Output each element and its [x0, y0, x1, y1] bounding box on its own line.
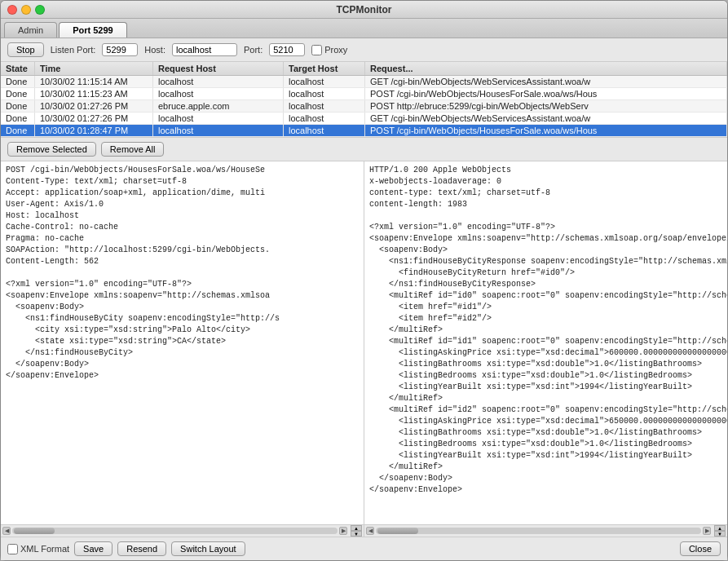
bottom-bar-right: Close — [680, 541, 721, 556]
scroll-left-arrow[interactable]: ◀ — [2, 527, 11, 535]
cell-time: 10/30/02 01:28:47 PM — [35, 125, 153, 136]
cell-request: GET /cgi-bin/WebObjects/WebServicesAssis… — [365, 113, 727, 124]
cell-targhost: localhost — [284, 125, 365, 136]
cell-request: POST /cgi-bin/WebObjects/HousesForSale.w… — [365, 88, 727, 99]
cell-state: Done — [1, 76, 35, 87]
cell-time: 10/30/02 11:15:14 AM — [35, 76, 153, 87]
left-pane-content[interactable]: POST /cgi-bin/WebObjects/HousesForSale.w… — [1, 161, 364, 524]
cell-time: 10/30/02 11:15:23 AM — [35, 88, 153, 99]
right-scrollbar: ◀ ▶ ▲ ▼ — [364, 525, 727, 537]
cell-reqhost: localhost — [153, 76, 284, 87]
table-row[interactable]: Done 10/30/02 11:15:23 AM localhost loca… — [1, 88, 727, 100]
stop-button[interactable]: Stop — [7, 42, 44, 57]
header-request-host: Request Host — [153, 62, 284, 75]
table-row[interactable]: Done 10/30/02 01:27:26 PM ebruce.apple.c… — [1, 100, 727, 113]
table-body: Done 10/30/02 11:15:14 AM localhost loca… — [1, 76, 727, 137]
port-input[interactable] — [269, 43, 305, 56]
host-input[interactable] — [172, 43, 237, 56]
xml-format-label: XML Format — [20, 544, 69, 554]
scroll-right-arrow2[interactable]: ▶ — [703, 527, 711, 535]
xml-format-wrapper: XML Format — [7, 544, 69, 554]
cell-reqhost: localhost — [153, 125, 284, 136]
cell-reqhost: localhost — [153, 88, 284, 99]
port-label: Port: — [244, 45, 263, 55]
cell-state: Done — [1, 113, 35, 124]
cell-state: Done — [1, 88, 35, 99]
toolbar: Stop Listen Port: Host: Port: Proxy — [1, 38, 727, 62]
main-window: TCPMonitor Admin Port 5299 Stop Listen P… — [0, 0, 728, 561]
traffic-lights — [7, 5, 45, 15]
resend-button[interactable]: Resend — [117, 541, 166, 556]
table-row[interactable]: Done 10/30/02 01:28:47 PM localhost loca… — [1, 125, 727, 137]
host-label: Host: — [144, 45, 165, 55]
xml-format-checkbox[interactable] — [7, 544, 18, 554]
listen-port-label: Listen Port: — [51, 45, 96, 55]
save-button[interactable]: Save — [74, 541, 113, 556]
right-pane: HTTP/1.0 200 Apple WebObjects x-webobjec… — [364, 161, 727, 524]
cell-request: POST http://ebruce:5299/cgi-bin/WebObjec… — [365, 100, 727, 112]
table-row[interactable]: Done 10/30/02 01:27:26 PM localhost loca… — [1, 113, 727, 125]
title-bar: TCPMonitor — [1, 1, 727, 19]
cell-state: Done — [1, 100, 35, 112]
content-area: POST /cgi-bin/WebObjects/HousesForSale.w… — [1, 161, 727, 524]
cell-targhost: localhost — [284, 113, 365, 124]
switch-layout-button[interactable]: Switch Layout — [171, 541, 245, 556]
close-button[interactable]: Close — [680, 541, 721, 556]
left-pane: POST /cgi-bin/WebObjects/HousesForSale.w… — [1, 161, 364, 524]
cell-time: 10/30/02 01:27:26 PM — [35, 100, 153, 112]
cell-request: GET /cgi-bin/WebObjects/WebServicesAssis… — [365, 76, 727, 87]
tab-port5299[interactable]: Port 5299 — [59, 22, 127, 38]
header-target-host: Target Host — [284, 62, 365, 75]
scroll-left-arrow2[interactable]: ◀ — [366, 527, 374, 535]
tab-admin[interactable]: Admin — [4, 22, 57, 38]
scrollbars-row: ◀ ▶ ▲ ▼ ◀ ▶ ▲ ▼ — [1, 524, 727, 537]
tabs-row: Admin Port 5299 — [1, 19, 727, 38]
left-scrollbar: ◀ ▶ ▲ ▼ — [1, 525, 364, 537]
close-light[interactable] — [7, 5, 17, 15]
cell-reqhost: localhost — [153, 113, 284, 124]
action-bar: Remove Selected Remove All — [1, 138, 727, 161]
cell-request: POST /cgi-bin/WebObjects/HousesForSale.w… — [365, 125, 727, 136]
right-pane-content[interactable]: HTTP/1.0 200 Apple WebObjects x-webobjec… — [364, 161, 727, 524]
cell-targhost: localhost — [284, 100, 365, 112]
header-request: Request... — [365, 62, 727, 75]
remove-all-button[interactable]: Remove All — [101, 142, 165, 157]
cell-targhost: localhost — [284, 88, 365, 99]
proxy-checkbox-wrapper: Proxy — [311, 45, 347, 55]
bottom-bar: XML Format Save Resend Switch Layout Clo… — [1, 537, 727, 560]
listen-port-input[interactable] — [102, 43, 138, 56]
request-table: State Time Request Host Target Host Requ… — [1, 62, 727, 138]
header-state: State — [1, 62, 35, 75]
maximize-light[interactable] — [35, 5, 45, 15]
cell-time: 10/30/02 01:27:26 PM — [35, 113, 153, 124]
table-row[interactable]: Done 10/30/02 11:15:14 AM localhost loca… — [1, 76, 727, 88]
proxy-checkbox[interactable] — [311, 45, 322, 55]
cell-state: Done — [1, 125, 35, 136]
minimize-light[interactable] — [21, 5, 31, 15]
header-time: Time — [35, 62, 153, 75]
proxy-label: Proxy — [324, 45, 347, 55]
cell-targhost: localhost — [284, 76, 365, 87]
table-header: State Time Request Host Target Host Requ… — [1, 62, 727, 76]
window-title: TCPMonitor — [337, 4, 392, 15]
remove-selected-button[interactable]: Remove Selected — [7, 142, 96, 157]
cell-reqhost: ebruce.apple.com — [153, 100, 284, 112]
scroll-right-arrow[interactable]: ▶ — [339, 527, 347, 535]
